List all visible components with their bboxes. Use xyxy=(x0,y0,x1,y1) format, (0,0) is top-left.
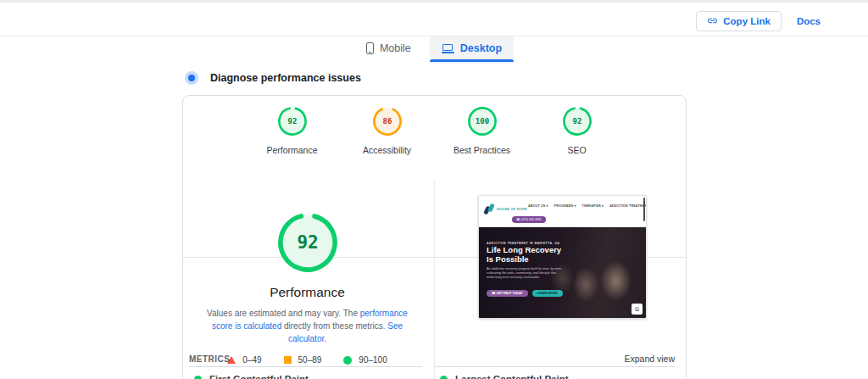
seo-gauge: 92 xyxy=(562,106,593,140)
svg-text:92: 92 xyxy=(297,232,318,253)
metrics-heading: METRICS xyxy=(189,354,231,364)
report-card: 92 Performance 86 Accessibility 100 Best… xyxy=(182,95,687,379)
preview-phone-button: ☎ (470) 560-3981 xyxy=(512,216,546,223)
diagnose-row: Diagnose performance issues xyxy=(185,71,361,85)
performance-summary-column: 92 Performance Values are estimated and … xyxy=(183,179,431,365)
metric-name: First Contentful Paint xyxy=(209,374,309,379)
preview-hero-buttons: ☎ GET HELP TODAY LEARN MORE xyxy=(487,290,563,297)
category-label: Accessibility xyxy=(363,145,411,155)
score-disclaimer: Values are estimated and may vary. The p… xyxy=(199,307,416,345)
accessibility-gauge: 86 xyxy=(372,106,403,140)
pass-circle-icon xyxy=(194,376,202,379)
category-accessibility[interactable]: 86 Accessibility xyxy=(356,106,419,155)
desktop-laptop-icon xyxy=(442,44,454,53)
metric-name: Largest Contentful Paint xyxy=(455,374,569,379)
category-label: SEO xyxy=(567,145,586,155)
preview-logo-icon xyxy=(485,203,494,215)
diagnose-radio-icon[interactable] xyxy=(185,71,198,85)
tab-desktop[interactable]: Desktop xyxy=(430,36,514,60)
svg-text:92: 92 xyxy=(572,117,581,125)
preview-cta-secondary: LEARN MORE xyxy=(532,290,563,297)
preview-hero-title: Life Long Recovery Is Possible xyxy=(487,246,580,264)
svg-text:92: 92 xyxy=(287,117,297,125)
svg-text:100: 100 xyxy=(475,117,488,125)
header-actions: Copy Link Docs xyxy=(696,11,821,31)
metric-divider xyxy=(435,366,675,367)
metric-column-left: First Contentful Paint xyxy=(189,366,422,379)
preview-navbar: HOUSE OF HOPE ABOUT US ▾ PROGRAMS ▾ THER… xyxy=(479,196,646,227)
tab-mobile[interactable]: Mobile xyxy=(354,36,423,60)
tab-desktop-label: Desktop xyxy=(460,42,502,54)
preview-nav-menu: ABOUT US ▾ PROGRAMS ▾ THERAPIES ▾ ADDICT… xyxy=(528,204,647,208)
metrics-header: METRICS Expand view xyxy=(189,354,675,364)
metric-item-fcp[interactable]: First Contentful Paint xyxy=(189,374,422,379)
pagespeed-insights-screen: Copy Link Docs Mobile Desktop Diagnose p… xyxy=(0,0,868,379)
preview-logo: HOUSE OF HOPE xyxy=(485,203,527,215)
svg-text:86: 86 xyxy=(382,117,392,125)
preview-logo-text: HOUSE OF HOPE xyxy=(497,208,527,212)
tab-mobile-label: Mobile xyxy=(380,42,411,54)
category-label: Best Practices xyxy=(453,145,510,155)
docs-link[interactable]: Docs xyxy=(797,16,821,26)
category-seo[interactable]: 92 SEO xyxy=(546,106,609,155)
category-best-practices[interactable]: 100 Best Practices xyxy=(451,106,514,155)
category-label: Performance xyxy=(266,145,317,155)
copy-link-button[interactable]: Copy Link xyxy=(696,11,782,31)
category-scores-row: 92 Performance 86 Accessibility 100 Best… xyxy=(183,106,686,155)
performance-score-gauge: 92 xyxy=(276,211,339,277)
pass-circle-icon xyxy=(440,376,448,379)
metric-divider xyxy=(189,366,422,367)
metric-column-right: Largest Contentful Paint xyxy=(435,366,675,379)
app-header: Copy Link Docs xyxy=(0,3,868,36)
preview-cta-primary: ☎ GET HELP TODAY xyxy=(487,290,528,297)
expand-view-button[interactable]: Expand view xyxy=(624,354,675,364)
vertical-divider xyxy=(434,181,435,379)
category-performance[interactable]: 92 Performance xyxy=(261,106,324,155)
diagnose-label: Diagnose performance issues xyxy=(210,72,361,84)
metric-item-lcp[interactable]: Largest Contentful Paint xyxy=(435,374,675,379)
preview-hero-paragraph: An addiction recovery program built for … xyxy=(487,267,565,281)
copy-link-label: Copy Link xyxy=(723,16,771,26)
preview-scrollbar xyxy=(643,198,645,221)
mobile-phone-icon xyxy=(366,42,374,54)
link-icon xyxy=(707,15,718,28)
preview-expand-icon[interactable]: ⧉ xyxy=(632,304,643,315)
site-preview-thumbnail[interactable]: HOUSE OF HOPE ABOUT US ▾ PROGRAMS ▾ THER… xyxy=(478,195,647,319)
preview-hero: ADDICTION TREATMENT IN MARIETTA, GA Life… xyxy=(479,227,646,319)
performance-gauge: 92 xyxy=(277,106,308,140)
best-practices-gauge: 100 xyxy=(467,106,498,140)
performance-title: Performance xyxy=(183,285,431,300)
device-tabs: Mobile Desktop xyxy=(0,36,868,60)
